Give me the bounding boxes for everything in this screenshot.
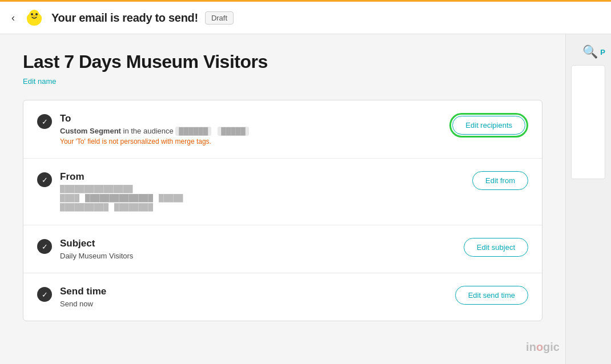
edit-subject-button[interactable]: Edit subject — [464, 238, 528, 257]
from-detail-blur: ████ ██████████████ █████ — [60, 194, 461, 202]
in-the-audience-text: in the audience — [123, 127, 176, 135]
card-title-subject: Subject — [60, 238, 452, 249]
svg-point-2 — [31, 13, 33, 15]
edit-from-button[interactable]: Edit from — [472, 171, 528, 190]
from-email: ███████████████ — [60, 185, 133, 193]
from-detail3: ██████████ — [60, 203, 108, 211]
green-outline-box: Edit recipients — [449, 113, 528, 137]
check-icon-subject: ✓ — [37, 239, 52, 254]
edit-name-link[interactable]: Edit name — [23, 77, 57, 86]
card-subtitle-subject: Daily Museum Visitors — [60, 252, 452, 260]
card-content-subject: Subject Daily Museum Visitors — [60, 238, 452, 260]
card-row-send-time: ✓ Send time Send now Edit send time — [23, 273, 542, 321]
search-label: P — [600, 48, 605, 56]
segment-label: Custom Segment — [60, 127, 121, 135]
from-lines: ███████████████ ████ ██████████████ ████… — [60, 185, 461, 211]
from-email-blur: ███████████████ — [60, 185, 461, 193]
back-button[interactable]: ‹ — [11, 12, 15, 24]
draft-badge: Draft — [205, 11, 234, 25]
edit-send-time-button[interactable]: Edit send time — [455, 286, 528, 305]
card-title-send-time: Send time — [60, 286, 444, 297]
preview-box — [571, 65, 605, 179]
check-icon-from: ✓ — [37, 172, 52, 187]
card-title-from: From — [60, 171, 461, 183]
from-detail-text: ██████████████ — [85, 194, 153, 202]
search-area: 🔍 P — [582, 45, 605, 59]
from-detail-blur2: ██████████ ████████ — [60, 203, 461, 211]
svg-point-4 — [27, 15, 30, 20]
audience-name-blur: ██████ — [175, 127, 211, 136]
card-row-subject: ✓ Subject Daily Museum Visitors Edit sub… — [23, 225, 542, 273]
svg-point-5 — [38, 15, 42, 20]
card-action-subject: Edit subject — [464, 238, 528, 257]
campaign-name: Last 7 Days Museum Visitors — [23, 51, 542, 72]
from-detail2: █████ — [159, 194, 183, 202]
card-title-to: To — [60, 113, 438, 124]
card-row-from: ✓ From ███████████████ ████ ████████████… — [23, 159, 542, 225]
check-icon-send-time: ✓ — [37, 287, 52, 302]
card-row-to: ✓ To Custom Segment in the audience ████… — [23, 100, 542, 159]
content-area: Last 7 Days Museum Visitors Edit name ✓ … — [0, 34, 565, 364]
card-subtitle-to: Custom Segment in the audience ██████ ██… — [60, 127, 438, 135]
card-content-send-time: Send time Send now — [60, 286, 444, 308]
card-content-from: From ███████████████ ████ ██████████████… — [60, 171, 461, 212]
svg-point-3 — [35, 13, 38, 15]
header: ‹ Your email is ready to send! Draft — [0, 0, 611, 34]
right-panel: 🔍 P — [565, 34, 611, 364]
card-content-to: To Custom Segment in the audience ██████… — [60, 113, 438, 145]
mailchimp-logo — [24, 7, 45, 28]
card-action-to: Edit recipients — [449, 113, 528, 137]
card-subtitle-send-time: Send now — [60, 300, 444, 308]
edit-recipients-button[interactable]: Edit recipients — [452, 116, 525, 135]
search-icon[interactable]: 🔍 — [582, 45, 598, 59]
card-warning-to: Your 'To' field is not personalized with… — [60, 137, 438, 145]
card-action-from: Edit from — [472, 171, 528, 190]
cards-container: ✓ To Custom Segment in the audience ████… — [23, 100, 542, 321]
from-detail4: ████████ — [114, 203, 153, 211]
check-icon-to: ✓ — [37, 114, 52, 129]
from-detail1: ████ — [60, 194, 79, 202]
audience-name-blur2: █████ — [218, 127, 249, 136]
svg-point-6 — [33, 15, 35, 17]
header-title: Your email is ready to send! — [51, 11, 198, 25]
card-action-send-time: Edit send time — [455, 286, 528, 305]
main-content: Last 7 Days Museum Visitors Edit name ✓ … — [0, 34, 611, 364]
